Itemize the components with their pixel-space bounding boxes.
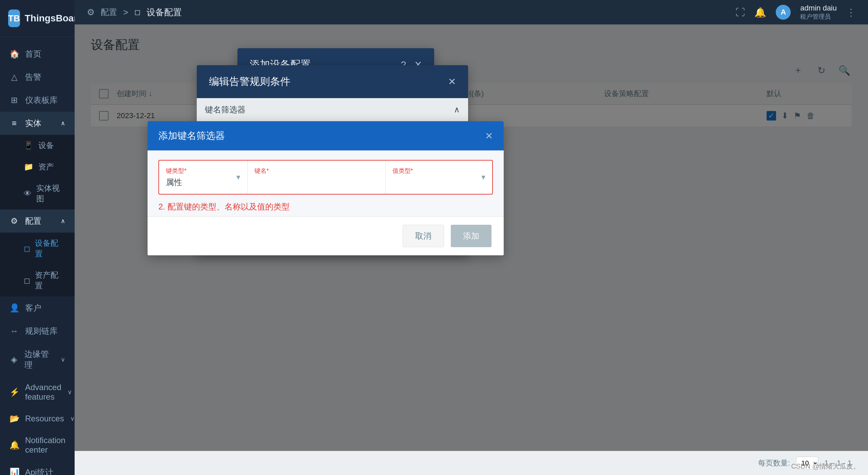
sidebar-item-asset[interactable]: 📁 资产	[0, 156, 75, 178]
topbar-config-icon: ⚙	[87, 7, 95, 18]
resources-arrow-icon: ∨	[70, 415, 75, 422]
key-type-dropdown-icon[interactable]: ▼	[235, 173, 242, 181]
key-type-label: 键类型*	[166, 167, 240, 175]
modal-edit-alarm-header: 编辑告警规则条件 ✕	[197, 65, 468, 98]
sidebar-item-entity-view[interactable]: 👁 实体视图	[0, 178, 75, 209]
value-type-field: 值类型* ▼	[386, 161, 492, 194]
sidebar-item-config-label: 配置	[25, 216, 41, 226]
logo-icon: TB	[8, 10, 20, 27]
key-filter-collapse-icon: ∧	[454, 105, 460, 114]
entity-submenu: 📱 设备 📁 资产 👁 实体视图	[0, 135, 75, 209]
api-icon: 📊	[9, 468, 19, 475]
sidebar-item-alarm[interactable]: △ 告警	[0, 66, 75, 89]
sidebar-item-notification[interactable]: 🔔 Notification center	[0, 430, 75, 461]
topbar-config-label: 配置	[101, 7, 117, 18]
key-filter-section-header[interactable]: 键名筛选器 ∧	[197, 98, 468, 122]
entity-view-icon: 👁	[24, 189, 32, 198]
entity-arrow-icon: ∧	[61, 120, 65, 127]
alarm-icon: △	[9, 72, 19, 82]
sidebar-item-advanced[interactable]: ⚡ Advanced features ∨	[0, 377, 75, 408]
topbar: ⚙ 配置 > ◻ 设备配置 ⛶ 🔔 A admin daiu 租户管理员 ⋮	[75, 0, 868, 24]
modal-add-filter-body: 键类型* 属性 ▼ 键名* 值类型* ▼	[148, 150, 504, 216]
sidebar-item-rule-chain-label: 规则链库	[25, 326, 58, 336]
sidebar-nav: 🏠 首页 △ 告警 ⊞ 仪表板库 ≡ 实体 ∧ 📱 设备 📁 资产	[0, 37, 75, 475]
sidebar-item-api-label: Api统计	[25, 467, 53, 475]
sidebar-item-customer-label: 客户	[25, 303, 41, 313]
sidebar-item-alarm-label: 告警	[25, 72, 41, 83]
entity-icon: ≡	[9, 118, 19, 128]
user-role: 租户管理员	[800, 13, 837, 21]
modal-edit-alarm-title: 编辑告警规则条件	[209, 75, 290, 89]
sidebar-item-dashboard[interactable]: ⊞ 仪表板库	[0, 89, 75, 112]
advanced-arrow-icon: ∨	[67, 388, 72, 396]
modal-edit-alarm-close-icon[interactable]: ✕	[448, 76, 456, 87]
device-icon: 📱	[24, 141, 34, 150]
sidebar-item-config[interactable]: ⚙ 配置 ∧	[0, 209, 75, 233]
filter-form-row: 键类型* 属性 ▼ 键名* 值类型* ▼	[158, 160, 493, 195]
more-button[interactable]: ⋮	[846, 7, 856, 18]
sidebar-item-device-config[interactable]: ◻ 设备配置	[0, 233, 75, 264]
advanced-icon: ⚡	[9, 387, 19, 397]
per-page-label: 每页数量:	[758, 458, 790, 468]
page-content: 设备配置 + ↻ 🔍 创建时间 ↓ 传输配置 告警规则(条) 设备策略配置 默认…	[75, 24, 868, 451]
sidebar-item-resources[interactable]: 📂 Resources ∨	[0, 408, 75, 430]
modal-add-filter-footer: 取消 添加	[148, 216, 504, 255]
sidebar-item-asset-config[interactable]: ◻ 资产配置	[0, 264, 75, 296]
key-type-value: 属性	[166, 177, 240, 188]
key-name-field[interactable]: 键名*	[248, 161, 386, 194]
fullscreen-button[interactable]: ⛶	[735, 7, 745, 18]
notification-icon: 🔔	[9, 440, 19, 450]
sidebar-item-asset-label: 资产	[38, 162, 54, 172]
resources-icon: 📂	[9, 414, 19, 423]
modal-add-filter-close-icon[interactable]: ✕	[485, 130, 493, 142]
sidebar-item-home-label: 首页	[25, 49, 41, 59]
filter-hint: 2. 配置键的类型、名称以及值的类型	[158, 201, 493, 212]
home-icon: 🏠	[9, 49, 19, 59]
device-config-icon: ◻	[24, 244, 30, 253]
sidebar-item-device-label: 设备	[38, 140, 54, 151]
user-name: admin daiu	[800, 4, 837, 13]
modal-add-filter-header: 添加键名筛选器 ✕	[148, 121, 504, 150]
sidebar-item-device-config-label: 设备配置	[35, 238, 65, 259]
topbar-separator: >	[123, 7, 128, 18]
filter-add-button[interactable]: 添加	[451, 225, 491, 247]
filter-cancel-button[interactable]: 取消	[403, 225, 444, 247]
dashboard-icon: ⊞	[9, 95, 19, 105]
rule-chain-icon: ↔	[9, 326, 19, 336]
asset-config-icon: ◻	[24, 276, 30, 285]
sidebar-item-rule-chain[interactable]: ↔ 规则链库	[0, 319, 75, 343]
sidebar-item-customer[interactable]: 👤 客户	[0, 296, 75, 319]
modal-add-filter-title: 添加键名筛选器	[158, 129, 225, 142]
pagination: 每页数量: 10 25 50 1 – 1 - 1	[75, 451, 868, 475]
sidebar-item-home[interactable]: 🏠 首页	[0, 42, 75, 66]
topbar-page-title: 设备配置	[147, 6, 182, 18]
sidebar-item-edge[interactable]: ◈ 边缘管理 ∨	[0, 343, 75, 377]
sidebar-item-device[interactable]: 📱 设备	[0, 135, 75, 156]
sidebar-item-advanced-label: Advanced features	[25, 383, 61, 402]
modal-add-filter: 添加键名筛选器 ✕ 键类型* 属性 ▼ 键名*	[148, 121, 504, 255]
sidebar-item-edge-label: 边缘管理	[24, 349, 55, 370]
customer-icon: 👤	[9, 303, 19, 313]
edge-icon: ◈	[9, 355, 18, 364]
logo: TB ThingsBoard	[0, 0, 75, 37]
sidebar-item-resources-label: Resources	[25, 414, 64, 423]
asset-icon: 📁	[24, 162, 34, 171]
sidebar-item-dashboard-label: 仪表板库	[25, 95, 58, 106]
sidebar-item-asset-config-label: 资产配置	[35, 270, 65, 291]
sidebar-item-entity-view-label: 实体视图	[36, 183, 65, 204]
key-name-label: 键名*	[254, 167, 379, 175]
avatar: A	[776, 5, 791, 20]
topbar-page-icon: ◻	[134, 8, 140, 17]
sidebar: TB ThingsBoard 🏠 首页 △ 告警 ⊞ 仪表板库 ≡ 实体 ∧ 📱…	[0, 0, 75, 475]
config-icon: ⚙	[9, 216, 19, 226]
sidebar-item-entity[interactable]: ≡ 实体 ∧	[0, 112, 75, 135]
notification-button[interactable]: 🔔	[754, 7, 766, 18]
config-arrow-icon: ∧	[61, 217, 65, 225]
sidebar-item-entity-label: 实体	[25, 118, 41, 129]
watermark: CSDN @情绪大瓜皮。	[791, 462, 860, 471]
key-filter-section-title: 键名筛选器	[205, 104, 246, 115]
sidebar-item-api[interactable]: 📊 Api统计	[0, 461, 75, 475]
value-type-dropdown-icon[interactable]: ▼	[480, 173, 487, 181]
main-area: ⚙ 配置 > ◻ 设备配置 ⛶ 🔔 A admin daiu 租户管理员 ⋮ 设…	[75, 0, 868, 475]
sidebar-item-notification-label: Notification center	[25, 436, 65, 455]
